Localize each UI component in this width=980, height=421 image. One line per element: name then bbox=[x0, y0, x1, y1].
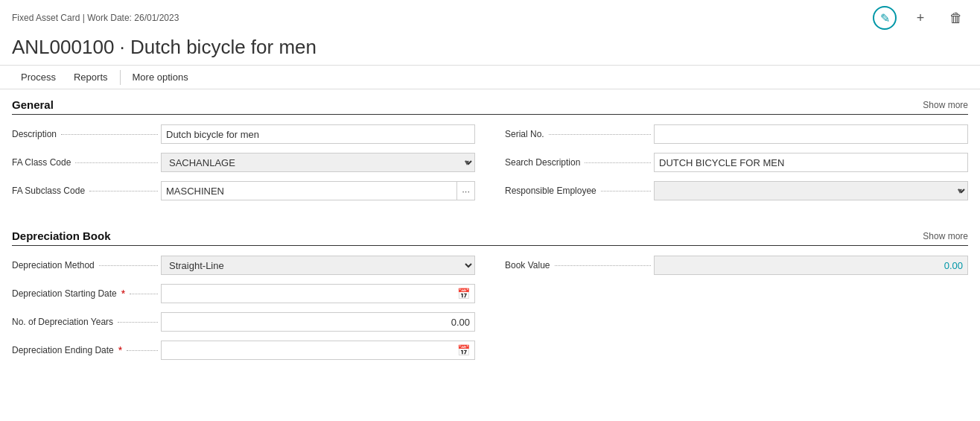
fa-subclass-code-input[interactable] bbox=[162, 182, 456, 200]
search-description-label: Search Description bbox=[505, 157, 654, 168]
depreciation-method-label: Depreciation Method bbox=[12, 260, 161, 270]
serial-no-label: Serial No. bbox=[505, 129, 654, 139]
serial-no-input[interactable] bbox=[654, 124, 968, 144]
toolbar: ✎ + 🗑 bbox=[873, 6, 968, 30]
depreciation-book-show-more[interactable]: Show more bbox=[923, 231, 968, 241]
edit-icon: ✎ bbox=[880, 11, 890, 25]
fa-class-code-label: FA Class Code bbox=[12, 157, 161, 168]
depreciation-starting-date-label: Depreciation Starting Date * bbox=[12, 288, 161, 300]
add-icon: + bbox=[917, 10, 925, 26]
general-left-column: Description FA Class Code SACHANLAGE bbox=[12, 124, 475, 209]
depreciation-method-input-wrapper: Straight-Line Declining-Balance DB1 DB2 … bbox=[161, 256, 475, 275]
general-right-column: Serial No. Search Description bbox=[505, 124, 968, 209]
description-label: Description bbox=[12, 129, 161, 139]
add-button[interactable]: + bbox=[909, 6, 932, 30]
search-description-row: Search Description bbox=[505, 152, 968, 173]
edit-button[interactable]: ✎ bbox=[873, 6, 897, 30]
depreciation-ending-date-required: * bbox=[118, 344, 122, 356]
delete-icon: 🗑 bbox=[949, 10, 963, 26]
depreciation-ending-date-calendar-button[interactable]: 📅 bbox=[453, 341, 474, 359]
general-section-header: General Show more bbox=[12, 98, 968, 115]
fa-subclass-code-input-wrapper: ··· bbox=[161, 181, 475, 200]
book-value-input-wrapper: 0.00 bbox=[654, 256, 968, 275]
fa-class-code-row: FA Class Code SACHANLAGE bbox=[12, 152, 475, 173]
depreciation-starting-date-row: Depreciation Starting Date * 📅 bbox=[12, 283, 475, 304]
book-value-row: Book Value 0.00 bbox=[505, 255, 968, 276]
search-description-input[interactable] bbox=[654, 153, 968, 172]
depreciation-method-select[interactable]: Straight-Line Declining-Balance DB1 DB2 … bbox=[161, 256, 475, 275]
depreciation-method-row: Depreciation Method Straight-Line Declin… bbox=[12, 255, 475, 276]
depreciation-book-left-column: Depreciation Method Straight-Line Declin… bbox=[12, 255, 475, 368]
responsible-employee-select[interactable] bbox=[654, 181, 968, 200]
book-value-label: Book Value bbox=[505, 260, 654, 270]
depreciation-ending-date-row: Depreciation Ending Date * 📅 bbox=[12, 340, 475, 361]
responsible-employee-row: Responsible Employee bbox=[505, 180, 968, 201]
description-row: Description bbox=[12, 124, 475, 145]
depreciation-book-fields-grid: Depreciation Method Straight-Line Declin… bbox=[12, 255, 968, 368]
no-of-depreciation-years-row: No. of Depreciation Years bbox=[12, 311, 475, 332]
general-section-title: General bbox=[12, 98, 54, 111]
depreciation-book-right-column: Book Value 0.00 bbox=[505, 255, 968, 368]
general-fields-grid: Description FA Class Code SACHANLAGE bbox=[12, 124, 968, 209]
no-of-depreciation-years-input[interactable] bbox=[161, 312, 475, 332]
top-bar: Fixed Asset Card | Work Date: 26/01/2023… bbox=[0, 0, 980, 33]
depreciation-book-section-header: Depreciation Book Show more bbox=[12, 230, 968, 246]
depreciation-book-section: Depreciation Book Show more Depreciation… bbox=[0, 221, 980, 368]
book-value-display: 0.00 bbox=[654, 256, 968, 275]
fa-class-code-input-wrapper: SACHANLAGE bbox=[161, 153, 475, 172]
description-input-wrapper bbox=[161, 124, 475, 144]
serial-no-row: Serial No. bbox=[505, 124, 968, 145]
general-section: General Show more Description FA Class C… bbox=[0, 89, 980, 209]
depreciation-ending-date-input-wrapper: 📅 bbox=[161, 341, 475, 360]
depreciation-book-section-title: Depreciation Book bbox=[12, 230, 111, 242]
depreciation-starting-date-input-wrapper: 📅 bbox=[161, 284, 475, 303]
breadcrumb: Fixed Asset Card | Work Date: 26/01/2023 bbox=[12, 13, 179, 23]
fa-subclass-code-label: FA Subclass Code bbox=[12, 186, 161, 196]
fa-subclass-code-lookup-button[interactable]: ··· bbox=[456, 182, 474, 200]
delete-button[interactable]: 🗑 bbox=[944, 6, 968, 30]
nav-bar: Process Reports More options bbox=[0, 65, 980, 89]
nav-separator bbox=[120, 70, 121, 85]
depreciation-starting-date-required: * bbox=[121, 288, 125, 300]
responsible-employee-input-wrapper bbox=[654, 181, 968, 200]
fa-class-code-select[interactable]: SACHANLAGE bbox=[161, 153, 475, 172]
nav-process[interactable]: Process bbox=[12, 66, 65, 89]
description-input[interactable] bbox=[161, 124, 475, 144]
depreciation-starting-date-input[interactable] bbox=[162, 285, 453, 303]
nav-more-options[interactable]: More options bbox=[124, 66, 197, 89]
search-description-input-wrapper bbox=[654, 153, 968, 172]
depreciation-starting-date-calendar-button[interactable]: 📅 bbox=[453, 285, 474, 303]
depreciation-ending-date-label: Depreciation Ending Date * bbox=[12, 344, 161, 356]
fa-subclass-code-row: FA Subclass Code ··· bbox=[12, 180, 475, 201]
no-of-depreciation-years-label: No. of Depreciation Years bbox=[12, 317, 161, 327]
depreciation-ending-date-input[interactable] bbox=[162, 341, 453, 359]
responsible-employee-label: Responsible Employee bbox=[505, 186, 654, 196]
serial-no-input-wrapper bbox=[654, 124, 968, 144]
general-show-more[interactable]: Show more bbox=[923, 100, 968, 110]
no-of-depreciation-years-input-wrapper bbox=[161, 312, 475, 332]
nav-reports[interactable]: Reports bbox=[65, 66, 117, 89]
page-title: ANL000100 · Dutch bicycle for men bbox=[0, 33, 980, 65]
